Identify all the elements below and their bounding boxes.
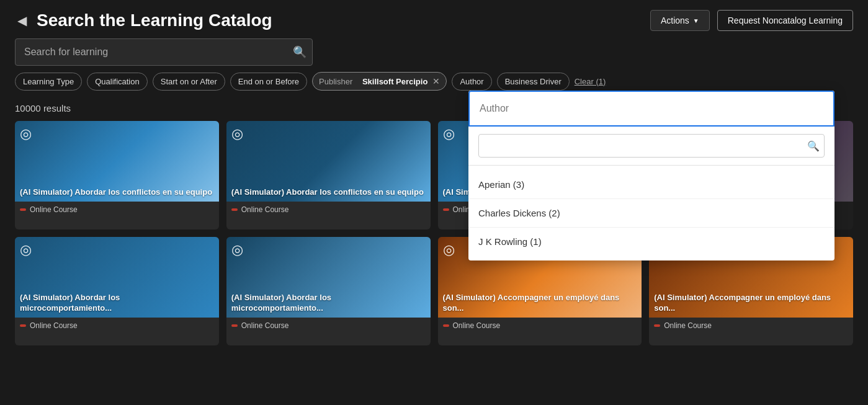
author-item-2[interactable]: J K Rowling (1) <box>468 228 834 256</box>
card-type-badge-2 <box>231 208 238 211</box>
card-bg-6: ◎ (AI Simulator) Abordar los microcompor… <box>226 237 431 318</box>
card-title-2: (AI Simulator) Abordar los conflictos en… <box>231 187 426 198</box>
card-type-badge-5 <box>20 324 26 327</box>
header-left: ◀ Search the Learning Catalog <box>15 11 272 30</box>
card-label-1: (AI Simulator) Abordar los conflictos en… <box>20 187 214 198</box>
back-button[interactable]: ◀ <box>15 11 29 30</box>
card-type-badge-7 <box>443 324 449 327</box>
publisher-label: Publisher <box>319 77 352 86</box>
card-footer-1: Online Course <box>15 202 219 218</box>
target-icon: ◎ <box>20 242 32 258</box>
publisher-filter-badge: Publisher Skillsoft Percipio ✕ <box>312 72 447 91</box>
card-bg-2: ◎ (AI Simulator) Abordar los conflictos … <box>226 121 431 202</box>
card-1[interactable]: ◎ (AI Simulator) Abordar los conflictos … <box>15 121 219 229</box>
card-type-label-1: Online Course <box>30 205 78 214</box>
target-icon: ◎ <box>20 126 32 142</box>
author-item-1[interactable]: Charles Dickens (2) <box>468 199 834 228</box>
search-icon: 🔍 <box>293 46 306 58</box>
card-type-label-8: Online Course <box>664 321 712 330</box>
target-icon: ◎ <box>231 242 243 258</box>
card-type-badge-8 <box>654 324 660 327</box>
card-bg-5: ◎ (AI Simulator) Abordar los microcompor… <box>15 237 219 318</box>
request-noncatalog-button[interactable]: Request Noncatalog Learning <box>717 10 853 31</box>
publisher-label-space <box>356 77 359 86</box>
actions-label: Actions <box>661 16 689 25</box>
card-footer-6: Online Course <box>226 318 431 334</box>
card-type-badge-3 <box>443 208 449 211</box>
card-title-7: (AI Simulator) Accompagner un employé da… <box>443 293 637 314</box>
card-label-6: (AI Simulator) Abordar los microcomporta… <box>231 293 426 314</box>
target-icon: ◎ <box>443 242 455 258</box>
card-type-badge-1 <box>20 208 26 211</box>
author-list: Aperian (3) Charles Dickens (2) J K Rowl… <box>468 166 834 260</box>
author-search-input[interactable] <box>478 134 825 158</box>
content-area: 10000 results ◎ (AI Simulator) Abordar l… <box>0 97 868 345</box>
author-item-label-2: J K Rowling (1) <box>478 236 542 247</box>
target-icon: ◎ <box>443 126 455 142</box>
filter-end-on-before[interactable]: End on or Before <box>230 73 307 91</box>
author-item-label-1: Charles Dickens (2) <box>478 208 560 218</box>
card-6[interactable]: ◎ (AI Simulator) Abordar los microcompor… <box>226 237 431 345</box>
card-title-8: (AI Simulator) Accompagner un employé da… <box>654 293 848 314</box>
chevron-down-icon: ▼ <box>693 17 699 24</box>
author-search-icon: 🔍 <box>807 140 820 152</box>
author-search-wrapper: 🔍 <box>468 127 834 166</box>
author-item-label-0: Aperian (3) <box>478 179 524 190</box>
card-type-label-7: Online Course <box>453 321 501 330</box>
search-input[interactable] <box>15 38 313 66</box>
card-label-7: (AI Simulator) Accompagner un employé da… <box>443 293 637 314</box>
card-footer-7: Online Course <box>438 318 642 334</box>
actions-button[interactable]: Actions ▼ <box>650 10 710 31</box>
card-type-label-6: Online Course <box>241 321 289 330</box>
header-actions: Actions ▼ Request Noncatalog Learning <box>650 10 853 31</box>
search-section: 🔍 <box>0 31 868 66</box>
card-label-8: (AI Simulator) Accompagner un employé da… <box>654 293 848 314</box>
card-footer-2: Online Course <box>226 202 431 218</box>
clear-filters-button[interactable]: Clear (1) <box>575 77 606 86</box>
card-5[interactable]: ◎ (AI Simulator) Abordar los microcompor… <box>15 237 219 345</box>
card-label-5: (AI Simulator) Abordar los microcomporta… <box>20 293 214 314</box>
author-header-input[interactable] <box>468 91 834 127</box>
noncatalog-label: Request Noncatalog Learning <box>728 16 843 25</box>
card-type-label-5: Online Course <box>30 321 78 330</box>
card-type-label-2: Online Course <box>241 205 289 214</box>
publisher-value: Skillsoft Percipio <box>362 77 427 86</box>
card-label-2: (AI Simulator) Abordar los conflictos en… <box>231 187 426 198</box>
search-icon-button[interactable]: 🔍 <box>293 45 306 59</box>
author-item-0[interactable]: Aperian (3) <box>468 171 834 199</box>
card-title-5: (AI Simulator) Abordar los microcomporta… <box>20 293 214 314</box>
author-dropdown: 🔍 Aperian (3) Charles Dickens (2) J K Ro… <box>468 91 834 260</box>
publisher-close-button[interactable]: ✕ <box>432 76 440 86</box>
card-footer-5: Online Course <box>15 318 219 334</box>
filter-start-on-after[interactable]: Start on or After <box>153 73 225 91</box>
filter-business-driver[interactable]: Business Driver <box>497 73 570 91</box>
search-box: 🔍 <box>15 38 313 66</box>
target-icon: ◎ <box>231 126 243 142</box>
filter-qualification[interactable]: Qualification <box>87 73 148 91</box>
card-2[interactable]: ◎ (AI Simulator) Abordar los conflictos … <box>226 121 431 229</box>
card-footer-8: Online Course <box>649 318 853 334</box>
card-bg-1: ◎ (AI Simulator) Abordar los conflictos … <box>15 121 219 202</box>
page-header: ◀ Search the Learning Catalog Actions ▼ … <box>0 0 868 31</box>
filter-learning-type[interactable]: Learning Type <box>15 73 82 91</box>
page-title: Search the Learning Catalog <box>37 11 272 30</box>
filter-author[interactable]: Author <box>452 73 491 91</box>
card-title-1: (AI Simulator) Abordar los conflictos en… <box>20 187 214 198</box>
card-title-6: (AI Simulator) Abordar los microcomporta… <box>231 293 426 314</box>
card-type-badge-6 <box>231 324 238 327</box>
